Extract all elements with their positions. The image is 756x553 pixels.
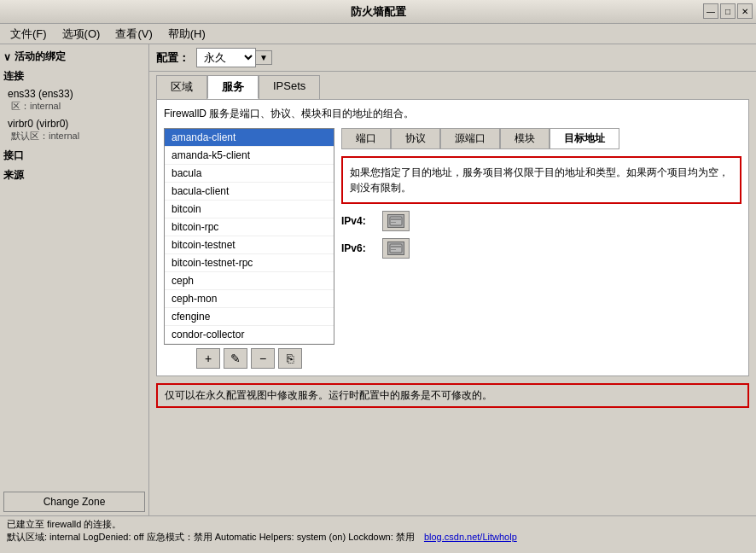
service-list-buttons: + ✎ − ⎘ <box>164 348 334 369</box>
config-select-wrapper: 运行时永久 ▼ <box>196 48 272 67</box>
ipv6-button-icon <box>387 242 404 255</box>
menu-help[interactable]: 帮助(H) <box>161 25 212 44</box>
service-list[interactable]: amanda-clientamanda-k5-clientbaculabacul… <box>164 128 334 345</box>
svg-rect-3 <box>390 244 402 253</box>
ens33-name: ens33 (ens33) <box>8 88 141 100</box>
details-panel: 端口 协议 源端口 模块 目标地址 如果您指定了目的地址，服务项目将仅限于目的地… <box>341 128 741 369</box>
active-bindings-header[interactable]: ∨ 活动的绑定 <box>3 48 145 66</box>
minimize-button[interactable]: — <box>703 3 718 19</box>
service-list-item[interactable]: bacula <box>165 165 334 183</box>
service-list-item[interactable]: ceph <box>165 272 334 290</box>
status-warning-wrapper: 仅可以在永久配置视图中修改服务。运行时配置中的服务是不可修改的。 <box>149 376 756 415</box>
target-address-content: 如果您指定了目的地址，服务项目将仅限于目的地址和类型。如果两个项目均为空，则没有… <box>341 156 741 259</box>
menu-file[interactable]: 文件(F) <box>3 25 54 44</box>
connections-label: 连接 <box>3 66 145 85</box>
tab-content: FirewallD 服务是端口、协议、模块和目的地址的组合。 amanda-cl… <box>156 99 749 376</box>
change-zone-button[interactable]: Change Zone <box>3 492 145 512</box>
detail-tab-source-port[interactable]: 源端口 <box>440 128 500 149</box>
service-list-item[interactable]: ceph-mon <box>165 290 334 308</box>
maximize-button[interactable]: □ <box>720 3 736 19</box>
connection-status: 已建立至 firewalld 的连接。 <box>7 518 749 531</box>
detail-tab-port[interactable]: 端口 <box>341 128 391 149</box>
tab-zone[interactable]: 区域 <box>156 75 207 99</box>
interface-label: 接口 <box>3 145 145 165</box>
target-address-notice: 如果您指定了目的地址，服务项目将仅限于目的地址和类型。如果两个项目均为空，则没有… <box>341 156 741 204</box>
service-list-item[interactable]: amanda-client <box>165 129 334 147</box>
service-list-item[interactable]: bacula-client <box>165 183 334 201</box>
source-label: 来源 <box>3 165 145 184</box>
detail-tab-target-address[interactable]: 目标地址 <box>550 128 619 149</box>
close-button[interactable]: ✕ <box>737 3 753 19</box>
main-container: ∨ 活动的绑定 连接 ens33 (ens33) 区：internal virb… <box>0 44 756 515</box>
virbr0-name: virbr0 (virbr0) <box>8 118 141 130</box>
remove-service-button[interactable]: − <box>251 348 275 369</box>
system-info: 默认区域: internal LogDenied: off 应急模式：禁用 Au… <box>7 531 749 544</box>
tab-services[interactable]: 服务 <box>207 75 259 99</box>
service-list-item[interactable]: bitcoin <box>165 201 334 218</box>
config-bar: 配置： 运行时永久 ▼ <box>149 44 756 72</box>
add-service-button[interactable]: + <box>196 348 220 369</box>
sidebar-item-virbr0[interactable]: virbr0 (virbr0) 默认区：internal <box>3 115 145 145</box>
svg-rect-2 <box>391 222 396 223</box>
detail-tabs: 端口 协议 源端口 模块 目标地址 <box>341 128 741 149</box>
service-list-item[interactable]: cfengine <box>165 308 334 326</box>
active-bindings-label: 活动的绑定 <box>15 49 66 64</box>
service-layout: amanda-clientamanda-k5-clientbaculabacul… <box>164 128 741 369</box>
right-panel: 配置： 运行时永久 ▼ 区域 服务 IPSets FirewallD 服务是端口… <box>149 44 756 515</box>
ipv4-row: IPv4: <box>341 211 741 231</box>
svg-rect-5 <box>391 249 396 250</box>
service-list-item[interactable]: bitcoin-testnet <box>165 236 334 254</box>
services-description: FirewallD 服务是端口、协议、模块和目的地址的组合。 <box>164 107 741 121</box>
ipv6-label: IPv6: <box>341 242 375 254</box>
sidebar-item-ens33[interactable]: ens33 (ens33) 区：internal <box>3 85 145 115</box>
ipv4-label: IPv4: <box>341 215 375 227</box>
svg-rect-0 <box>390 217 402 225</box>
main-tabs: 区域 服务 IPSets <box>156 75 749 99</box>
status-warning: 仅可以在永久配置视图中修改服务。运行时配置中的服务是不可修改的。 <box>156 383 749 408</box>
window-title: 防火墙配置 <box>351 4 406 20</box>
left-panel: ∨ 活动的绑定 连接 ens33 (ens33) 区：internal virb… <box>0 44 149 515</box>
detail-tab-protocol[interactable]: 协议 <box>391 128 440 149</box>
edit-service-button[interactable]: ✎ <box>224 348 247 369</box>
window-controls: — □ ✕ <box>703 3 753 19</box>
svg-rect-4 <box>391 246 401 247</box>
service-list-item[interactable]: bitcoin-rpc <box>165 218 334 236</box>
ipv6-button[interactable] <box>382 238 410 259</box>
title-bar: 防火墙配置 — □ ✕ <box>0 0 756 24</box>
service-list-wrapper: amanda-clientamanda-k5-clientbaculabacul… <box>164 128 334 369</box>
service-list-item[interactable]: bitcoin-testnet-rpc <box>165 254 334 272</box>
config-select[interactable]: 运行时永久 <box>196 48 256 67</box>
service-list-item[interactable]: condor-collector <box>165 326 334 344</box>
arrow-icon: ∨ <box>3 51 11 63</box>
ipv6-row: IPv6: <box>341 238 741 259</box>
tab-ipsets[interactable]: IPSets <box>259 75 320 99</box>
ipv4-button[interactable] <box>382 211 410 231</box>
config-dropdown-button[interactable]: ▼ <box>256 50 272 65</box>
menu-view[interactable]: 查看(V) <box>108 25 159 44</box>
bottom-bar: 已建立至 firewalld 的连接。 默认区域: internal LogDe… <box>0 515 756 545</box>
menu-bar: 文件(F) 选项(O) 查看(V) 帮助(H) <box>0 24 756 44</box>
service-list-item[interactable]: amanda-k5-client <box>165 147 334 165</box>
ens33-zone: 区：internal <box>8 100 141 113</box>
ipv4-button-icon <box>387 214 404 228</box>
svg-rect-1 <box>391 218 401 220</box>
detail-tab-module[interactable]: 模块 <box>500 128 550 149</box>
system-info-text: 默认区域: internal LogDenied: off 应急模式：禁用 Au… <box>7 532 415 542</box>
copy-service-button[interactable]: ⎘ <box>278 348 302 369</box>
virbr0-zone: 默认区：internal <box>8 130 141 143</box>
menu-options[interactable]: 选项(O) <box>55 25 108 44</box>
main-tabs-area: 区域 服务 IPSets FirewallD 服务是端口、协议、模块和目的地址的… <box>149 72 756 376</box>
blog-link[interactable]: blog.csdn.net/Litwholp <box>424 532 517 542</box>
config-label: 配置： <box>156 50 189 66</box>
